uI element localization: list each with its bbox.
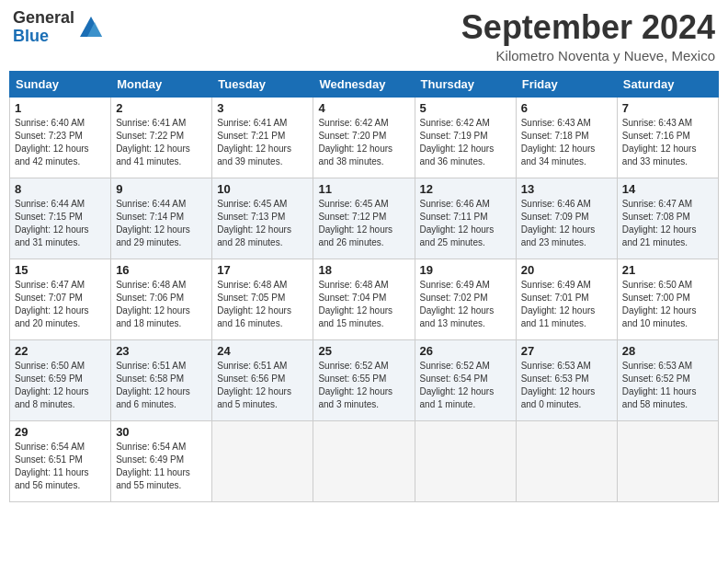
cell-info: Sunrise: 6:52 AMSunset: 6:55 PMDaylight:… xyxy=(318,360,409,411)
calendar-header-row: SundayMondayTuesdayWednesdayThursdayFrid… xyxy=(10,71,719,97)
cell-info: Sunrise: 6:51 AMSunset: 6:58 PMDaylight:… xyxy=(116,360,207,411)
calendar-cell: 28Sunrise: 6:53 AMSunset: 6:52 PMDayligh… xyxy=(617,339,718,420)
day-number: 6 xyxy=(521,101,612,115)
calendar-header-tuesday: Tuesday xyxy=(212,71,313,97)
calendar-cell: 4Sunrise: 6:42 AMSunset: 7:20 PMDaylight… xyxy=(313,97,415,178)
day-number: 23 xyxy=(116,344,207,358)
calendar-cell: 8Sunrise: 6:44 AMSunset: 7:15 PMDaylight… xyxy=(10,178,111,259)
cell-info: Sunrise: 6:51 AMSunset: 6:56 PMDaylight:… xyxy=(217,360,308,411)
cell-info: Sunrise: 6:40 AMSunset: 7:23 PMDaylight:… xyxy=(15,117,106,168)
calendar-cell: 5Sunrise: 6:42 AMSunset: 7:19 PMDaylight… xyxy=(415,97,516,178)
cell-info: Sunrise: 6:47 AMSunset: 7:08 PMDaylight:… xyxy=(622,198,713,249)
calendar-cell: 12Sunrise: 6:46 AMSunset: 7:11 PMDayligh… xyxy=(415,178,516,259)
cell-info: Sunrise: 6:48 AMSunset: 7:04 PMDaylight:… xyxy=(318,279,409,330)
logo: General Blue xyxy=(13,9,104,46)
cell-info: Sunrise: 6:54 AMSunset: 6:49 PMDaylight:… xyxy=(116,441,207,492)
calendar-cell: 3Sunrise: 6:41 AMSunset: 7:21 PMDaylight… xyxy=(212,97,313,178)
calendar-cell: 20Sunrise: 6:49 AMSunset: 7:01 PMDayligh… xyxy=(516,259,617,339)
calendar-cell: 14Sunrise: 6:47 AMSunset: 7:08 PMDayligh… xyxy=(617,178,718,259)
calendar-week-row: 22Sunrise: 6:50 AMSunset: 6:59 PMDayligh… xyxy=(10,339,719,420)
calendar-header-sunday: Sunday xyxy=(10,71,111,97)
day-number: 13 xyxy=(521,182,612,196)
calendar-week-row: 1Sunrise: 6:40 AMSunset: 7:23 PMDaylight… xyxy=(10,97,719,178)
day-number: 11 xyxy=(318,182,409,196)
day-number: 12 xyxy=(420,182,511,196)
calendar-cell xyxy=(516,420,617,501)
calendar-cell: 24Sunrise: 6:51 AMSunset: 6:56 PMDayligh… xyxy=(212,339,313,420)
calendar-header-thursday: Thursday xyxy=(415,71,516,97)
day-number: 2 xyxy=(116,101,207,115)
day-number: 21 xyxy=(622,263,713,277)
calendar-cell: 16Sunrise: 6:48 AMSunset: 7:06 PMDayligh… xyxy=(111,259,212,339)
day-number: 28 xyxy=(622,344,713,358)
calendar-cell: 22Sunrise: 6:50 AMSunset: 6:59 PMDayligh… xyxy=(10,339,111,420)
cell-info: Sunrise: 6:49 AMSunset: 7:01 PMDaylight:… xyxy=(521,279,612,330)
cell-info: Sunrise: 6:43 AMSunset: 7:16 PMDaylight:… xyxy=(622,117,713,168)
cell-info: Sunrise: 6:50 AMSunset: 7:00 PMDaylight:… xyxy=(622,279,713,330)
calendar-cell: 21Sunrise: 6:50 AMSunset: 7:00 PMDayligh… xyxy=(617,259,718,339)
cell-info: Sunrise: 6:41 AMSunset: 7:22 PMDaylight:… xyxy=(116,117,207,168)
calendar-cell: 29Sunrise: 6:54 AMSunset: 6:51 PMDayligh… xyxy=(10,420,111,501)
calendar-cell: 23Sunrise: 6:51 AMSunset: 6:58 PMDayligh… xyxy=(111,339,212,420)
calendar-cell: 7Sunrise: 6:43 AMSunset: 7:16 PMDaylight… xyxy=(617,97,718,178)
day-number: 30 xyxy=(116,425,207,439)
calendar-table: SundayMondayTuesdayWednesdayThursdayFrid… xyxy=(9,71,719,502)
cell-info: Sunrise: 6:48 AMSunset: 7:05 PMDaylight:… xyxy=(217,279,308,330)
calendar-cell: 30Sunrise: 6:54 AMSunset: 6:49 PMDayligh… xyxy=(111,420,212,501)
cell-info: Sunrise: 6:47 AMSunset: 7:07 PMDaylight:… xyxy=(15,279,106,330)
day-number: 10 xyxy=(217,182,308,196)
calendar-week-row: 15Sunrise: 6:47 AMSunset: 7:07 PMDayligh… xyxy=(10,259,719,339)
day-number: 5 xyxy=(420,101,511,115)
day-number: 29 xyxy=(15,425,106,439)
calendar-cell: 9Sunrise: 6:44 AMSunset: 7:14 PMDaylight… xyxy=(111,178,212,259)
calendar-cell xyxy=(415,420,516,501)
calendar-cell: 25Sunrise: 6:52 AMSunset: 6:55 PMDayligh… xyxy=(313,339,415,420)
calendar-header-friday: Friday xyxy=(516,71,617,97)
title-block: September 2024 Kilometro Noventa y Nueve… xyxy=(461,9,715,63)
cell-info: Sunrise: 6:53 AMSunset: 6:52 PMDaylight:… xyxy=(622,360,713,411)
day-number: 25 xyxy=(318,344,409,358)
calendar-header-saturday: Saturday xyxy=(617,71,718,97)
day-number: 9 xyxy=(116,182,207,196)
calendar-cell xyxy=(313,420,415,501)
cell-info: Sunrise: 6:46 AMSunset: 7:11 PMDaylight:… xyxy=(420,198,511,249)
cell-info: Sunrise: 6:45 AMSunset: 7:13 PMDaylight:… xyxy=(217,198,308,249)
day-number: 14 xyxy=(622,182,713,196)
calendar-cell: 6Sunrise: 6:43 AMSunset: 7:18 PMDaylight… xyxy=(516,97,617,178)
calendar-cell: 11Sunrise: 6:45 AMSunset: 7:12 PMDayligh… xyxy=(313,178,415,259)
cell-info: Sunrise: 6:42 AMSunset: 7:20 PMDaylight:… xyxy=(318,117,409,168)
calendar-cell: 15Sunrise: 6:47 AMSunset: 7:07 PMDayligh… xyxy=(10,259,111,339)
day-number: 19 xyxy=(420,263,511,277)
cell-info: Sunrise: 6:42 AMSunset: 7:19 PMDaylight:… xyxy=(420,117,511,168)
logo-general-text: General xyxy=(13,9,74,28)
calendar-cell xyxy=(617,420,718,501)
day-number: 27 xyxy=(521,344,612,358)
cell-info: Sunrise: 6:53 AMSunset: 6:53 PMDaylight:… xyxy=(521,360,612,411)
page-header: General Blue September 2024 Kilometro No… xyxy=(9,9,719,63)
day-number: 18 xyxy=(318,263,409,277)
cell-info: Sunrise: 6:44 AMSunset: 7:15 PMDaylight:… xyxy=(15,198,106,249)
calendar-header-wednesday: Wednesday xyxy=(313,71,415,97)
day-number: 3 xyxy=(217,101,308,115)
calendar-cell: 27Sunrise: 6:53 AMSunset: 6:53 PMDayligh… xyxy=(516,339,617,420)
cell-info: Sunrise: 6:41 AMSunset: 7:21 PMDaylight:… xyxy=(217,117,308,168)
day-number: 8 xyxy=(15,182,106,196)
logo-blue-text: Blue xyxy=(13,28,74,46)
day-number: 1 xyxy=(15,101,106,115)
cell-info: Sunrise: 6:50 AMSunset: 6:59 PMDaylight:… xyxy=(15,360,106,411)
calendar-cell xyxy=(212,420,313,501)
cell-info: Sunrise: 6:54 AMSunset: 6:51 PMDaylight:… xyxy=(15,441,106,492)
day-number: 20 xyxy=(521,263,612,277)
day-number: 22 xyxy=(15,344,106,358)
calendar-cell: 18Sunrise: 6:48 AMSunset: 7:04 PMDayligh… xyxy=(313,259,415,339)
logo-icon xyxy=(78,15,104,40)
cell-info: Sunrise: 6:48 AMSunset: 7:06 PMDaylight:… xyxy=(116,279,207,330)
calendar-cell: 13Sunrise: 6:46 AMSunset: 7:09 PMDayligh… xyxy=(516,178,617,259)
calendar-cell: 19Sunrise: 6:49 AMSunset: 7:02 PMDayligh… xyxy=(415,259,516,339)
calendar-week-row: 29Sunrise: 6:54 AMSunset: 6:51 PMDayligh… xyxy=(10,420,719,501)
calendar-cell: 1Sunrise: 6:40 AMSunset: 7:23 PMDaylight… xyxy=(10,97,111,178)
day-number: 24 xyxy=(217,344,308,358)
day-number: 15 xyxy=(15,263,106,277)
cell-info: Sunrise: 6:43 AMSunset: 7:18 PMDaylight:… xyxy=(521,117,612,168)
cell-info: Sunrise: 6:45 AMSunset: 7:12 PMDaylight:… xyxy=(318,198,409,249)
